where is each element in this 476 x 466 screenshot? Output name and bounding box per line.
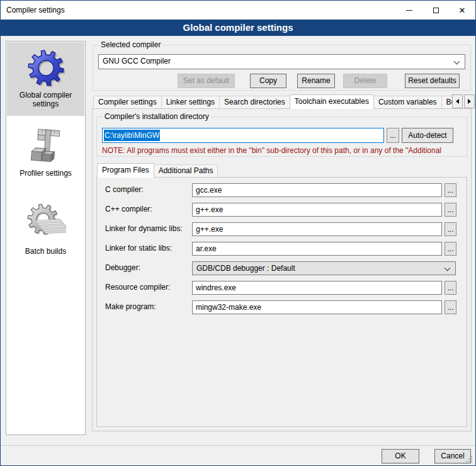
install-dir-input[interactable]: C:\raylib\MinGW [102,128,384,143]
row-cpp-compiler: C++ compiler: ... [97,203,467,217]
maximize-icon [433,8,439,13]
debugger-combobox[interactable]: GDB/CDB debugger : Default [192,261,456,275]
rename-button[interactable]: Rename [297,74,335,88]
sidebar-item-batch-builds[interactable]: Batch builds [7,199,84,265]
auto-detect-button[interactable]: Auto-detect [402,128,453,143]
resource-compiler-browse-button[interactable]: ... [445,281,456,295]
ok-button[interactable]: OK [382,449,419,463]
tab-program-files[interactable]: Program Files [97,163,154,178]
tab-search-directories[interactable]: Search directories [219,96,290,109]
tab-additional-paths[interactable]: Additional Paths [154,164,218,178]
field-label: Linker for static libs: [105,244,172,253]
field-label: Debugger: [105,263,140,272]
minimize-button[interactable] [396,1,422,20]
settings-sidebar: Global compiler settings Profiler settin… [6,41,86,435]
debugger-value: GDB/CDB debugger : Default [196,264,295,273]
titlebar: Compiler settings ✕ [1,1,475,20]
sidebar-item-label: Global compiler settings [7,88,84,108]
selected-compiler-legend: Selected compiler [99,40,162,49]
sidebar-item-profiler-settings[interactable]: Profiler settings [7,123,84,186]
row-c-compiler: C compiler: ... [97,183,467,197]
install-dir-legend: Compiler's installation directory [103,112,211,121]
tab-compiler-settings[interactable]: Compiler settings [93,96,162,109]
window-title: Compiler settings [1,6,65,14]
set-as-default-button[interactable]: Set as default [178,74,235,88]
selected-compiler-group: Selected compiler GNU GCC Compiler Set a… [93,45,471,91]
close-icon: ✕ [459,6,466,14]
minimize-icon [406,10,412,11]
tab-toolchain-executables[interactable]: Toolchain executables [290,94,374,109]
row-make-program: Make program: ... [97,300,467,314]
sidebar-item-label: Batch builds [7,244,84,256]
make-program-input[interactable] [192,300,442,314]
field-label: Linker for dynamic libs: [105,224,183,233]
field-label: Make program: [105,302,156,311]
sidebar-item-global-compiler-settings[interactable]: Global compiler settings [7,42,84,116]
tab-scroll-left-button[interactable] [452,94,463,108]
blue-gear-icon [26,48,66,88]
linker-dynamic-browse-button[interactable]: ... [445,222,456,236]
tab-custom-variables[interactable]: Custom variables [373,96,442,109]
row-linker-static: Linker for static libs: ... [97,242,467,256]
cpp-compiler-input[interactable] [192,203,442,217]
sub-tabbar: Program Files Additional Paths [97,163,218,178]
copy-button[interactable]: Copy [250,74,286,88]
linker-dynamic-input[interactable] [192,222,442,236]
page-title: Global compiler settings [1,20,475,36]
c-compiler-input[interactable] [192,183,442,197]
cpp-compiler-browse-button[interactable]: ... [445,203,456,217]
field-label: Resource compiler: [105,283,170,292]
tab-scroll-right-button[interactable] [464,94,475,108]
arrow-left-icon [453,99,459,104]
make-program-browse-button[interactable]: ... [445,300,456,314]
program-files-panel: C compiler: ... C++ compiler: ... Linker… [96,177,467,427]
maximize-button[interactable] [422,1,449,20]
field-label: C compiler: [105,185,144,194]
footer-divider [1,445,475,446]
row-linker-dynamic: Linker for dynamic libs: ... [97,222,467,236]
arrow-right-icon [468,99,473,104]
chevron-down-icon [454,59,460,65]
linker-static-browse-button[interactable]: ... [445,242,456,256]
delete-button[interactable]: Delete [343,74,387,88]
c-compiler-browse-button[interactable]: ... [445,183,456,197]
field-label: C++ compiler: [105,205,152,213]
install-dir-group: Compiler's installation directory C:\ray… [96,116,467,157]
linker-static-input[interactable] [192,242,442,256]
row-resource-compiler: Resource compiler: ... [97,281,467,295]
compiler-settings-dialog: Compiler settings ✕ Global compiler sett… [0,0,476,466]
install-dir-note: NOTE: All programs must exist either in … [102,146,441,155]
main-tabbar: Compiler settings Linker settings Search… [93,94,465,109]
install-dir-browse-button[interactable]: ... [387,128,399,143]
selected-compiler-value: GNU GCC Compiler [103,57,171,65]
reset-defaults-button[interactable]: Reset defaults [405,74,460,88]
cancel-button[interactable]: Cancel [434,449,471,463]
install-dir-selected-text: C:\raylib\MinGW [104,130,160,141]
tab-linker-settings[interactable]: Linker settings [161,96,220,109]
sidebar-item-label: Profiler settings [7,166,84,178]
selected-compiler-combobox[interactable]: GNU GCC Compiler [98,54,465,69]
resize-grip[interactable] [471,461,472,462]
resource-compiler-input[interactable] [192,281,442,295]
caliper-icon [26,127,66,166]
row-debugger: Debugger: GDB/CDB debugger : Default [97,261,467,275]
close-button[interactable]: ✕ [449,1,475,20]
chevron-down-icon [445,265,451,271]
gear-stack-icon [26,202,66,244]
